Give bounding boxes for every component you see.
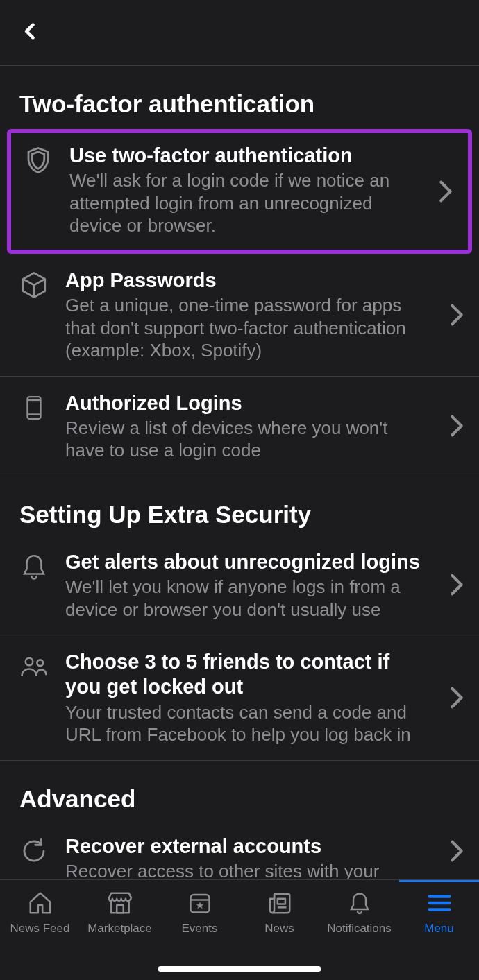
nav-marketplace[interactable]: Marketplace [80,888,160,936]
nav-notifications[interactable]: Notifications [319,888,399,936]
hamburger-icon [425,888,454,918]
row-body: App Passwords Get a unique, one-time pas… [65,268,460,362]
cube-icon [19,270,49,300]
row-title: Authorized Logins [65,390,425,415]
nav-newsfeed[interactable]: News Feed [0,888,80,936]
row-get-alerts[interactable]: Get alerts about unrecognized logins We'… [0,535,479,635]
calendar-star-icon [185,888,215,918]
svg-rect-8 [277,899,285,904]
row-subtitle: Review a list of devices where you won't… [65,417,425,462]
row-title: Choose 3 to 5 friends to contact if you … [65,649,425,700]
row-subtitle: We'll let you know if anyone logs in fro… [65,576,425,621]
section-title: Setting Up Extra Security [0,476,479,535]
chevron-right-icon [450,839,464,863]
chevron-right-icon [450,686,464,710]
row-body: Use two-factor authentication We'll ask … [69,143,455,237]
nav-label: Events [182,922,218,936]
row-title: Get alerts about unrecognized logins [65,549,425,574]
storefront-icon [106,888,135,918]
row-recover-external[interactable]: Recover external accounts Recover access… [0,820,479,880]
active-tab-indicator [399,880,479,882]
people-icon [19,652,49,681]
section-advanced: Advanced Recover external accounts Recov… [0,761,479,880]
content-scroll[interactable]: Two-factor authentication Use two-factor… [0,66,479,879]
section-two-factor: Two-factor authentication Use two-factor… [0,66,479,476]
nav-label: News Feed [10,922,70,936]
chevron-right-icon [450,573,464,596]
row-title: App Passwords [65,268,425,293]
phone-icon [19,393,49,422]
svg-rect-5 [117,905,124,913]
nav-label: News [264,922,294,936]
shield-icon [24,146,53,175]
header [0,0,479,66]
nav-menu[interactable]: Menu [399,888,479,936]
svg-point-3 [26,658,33,666]
row-body: Choose 3 to 5 friends to contact if you … [65,649,460,746]
bell-icon [19,552,49,581]
bottom-nav: News Feed Marketplace Events [0,879,479,980]
chevron-right-icon [439,180,453,203]
chevron-right-icon [450,303,464,327]
row-subtitle: Your trusted contacts can send a code an… [65,701,425,746]
chevron-left-icon [21,22,40,41]
refresh-icon [19,836,49,866]
section-extra-security: Setting Up Extra Security Get alerts abo… [0,476,479,761]
row-app-passwords[interactable]: App Passwords Get a unique, one-time pas… [0,254,479,377]
row-title: Recover external accounts [65,834,425,859]
row-use-two-factor[interactable]: Use two-factor authentication We'll ask … [7,129,472,254]
newspaper-icon [265,888,294,918]
section-title: Two-factor authentication [0,66,479,125]
row-subtitle: We'll ask for a login code if we notice … [69,169,421,237]
section-title: Advanced [0,761,479,820]
row-body: Get alerts about unrecognized logins We'… [65,549,460,621]
row-trusted-contacts[interactable]: Choose 3 to 5 friends to contact if you … [0,635,479,760]
home-icon [26,888,55,918]
nav-events[interactable]: Events [160,888,239,936]
row-title: Use two-factor authentication [69,143,421,168]
row-body: Authorized Logins Review a list of devic… [65,390,460,462]
svg-point-4 [37,660,43,666]
nav-label: Notifications [327,922,392,936]
back-button[interactable] [21,22,40,44]
chevron-right-icon [450,414,464,438]
row-subtitle: Recover access to other sites with your [65,860,425,879]
home-indicator[interactable] [158,966,321,972]
bell-icon [345,888,374,918]
row-authorized-logins[interactable]: Authorized Logins Review a list of devic… [0,377,479,476]
nav-label: Menu [424,922,454,936]
row-subtitle: Get a unique, one-time password for apps… [65,294,425,362]
nav-news[interactable]: News [239,888,319,936]
nav-label: Marketplace [87,922,152,936]
row-body: Recover external accounts Recover access… [65,834,460,880]
